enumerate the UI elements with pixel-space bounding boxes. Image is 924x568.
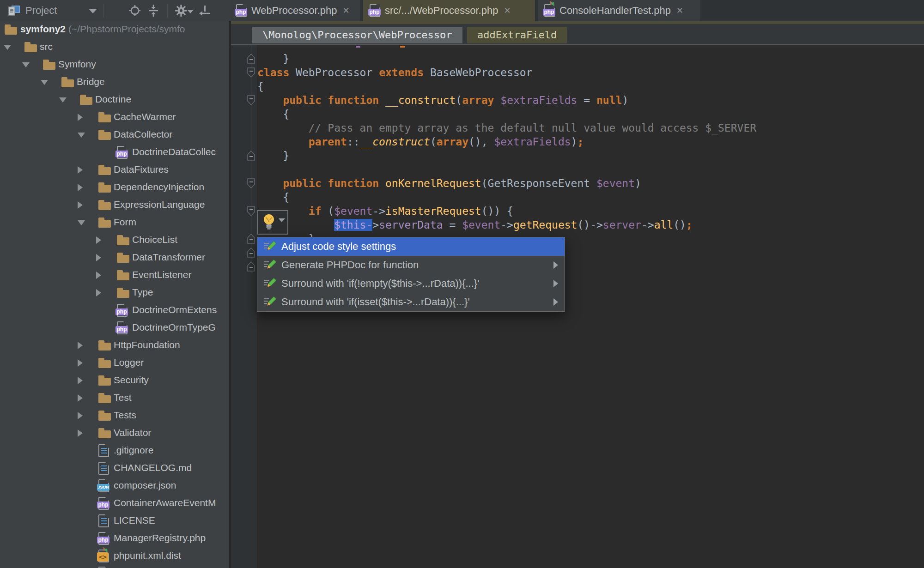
fold-marker-down-icon[interactable]: [247, 206, 255, 216]
tree-row-DependencyInjection[interactable]: DependencyInjection: [0, 179, 229, 196]
tree-row-Test[interactable]: Test: [0, 389, 229, 407]
chevron-collapsed-icon[interactable]: [96, 236, 101, 244]
fold-marker-up-icon[interactable]: [247, 54, 255, 64]
project-panel-icon[interactable]: [7, 4, 20, 17]
chevron-expanded-icon[interactable]: [41, 80, 48, 85]
collapse-all-icon[interactable]: [147, 4, 160, 17]
code-line: [257, 163, 756, 176]
close-icon[interactable]: ✕: [342, 6, 349, 15]
tree-row-Form[interactable]: Form: [0, 214, 229, 231]
gear-icon[interactable]: [175, 4, 188, 17]
breadcrumb-class-chip[interactable]: \Monolog\Processor\WebProcessor: [252, 27, 462, 43]
chevron-collapsed-icon[interactable]: [78, 359, 83, 367]
code-line: public function __construct(array $extra…: [257, 93, 756, 107]
tree-row-Doctrine[interactable]: Doctrine: [0, 91, 229, 109]
fold-marker-up-icon[interactable]: [247, 234, 255, 244]
folder-icon: [117, 288, 129, 298]
tree-row-Symfony[interactable]: Symfony: [0, 56, 229, 73]
tree-row-Validator[interactable]: Validator: [0, 424, 229, 442]
chevron-collapsed-icon[interactable]: [78, 412, 83, 419]
tree-item-label: CHANGELOG.md: [114, 462, 192, 473]
chevron-down-icon[interactable]: [89, 9, 97, 13]
tree-row-Tests[interactable]: Tests: [0, 407, 229, 424]
fold-marker-down-icon[interactable]: [247, 95, 255, 105]
intention-popup: Adjust code style settings Generate PHPD…: [257, 237, 565, 312]
fold-marker-down-icon[interactable]: [247, 178, 255, 188]
tree-row-.gitignore[interactable]: .gitignore: [0, 442, 229, 459]
tree-row-CacheWarmer[interactable]: CacheWarmer: [0, 109, 229, 126]
tree-row-DataCollector[interactable]: DataCollector: [0, 126, 229, 144]
chevron-collapsed-icon[interactable]: [78, 394, 83, 402]
tree-item-label: DoctrineOrmExtens: [132, 304, 217, 315]
intention-menu-item[interactable]: Generate PHPDoc for function: [257, 256, 565, 274]
tree-row-DoctrineDataCollec[interactable]: phpDoctrineDataCollec: [0, 144, 229, 161]
chevron-collapsed-icon[interactable]: [78, 201, 83, 209]
tree-row-composer.json[interactable]: JSONcomposer.json: [0, 477, 229, 495]
tree-row-EventListener[interactable]: EventListener: [0, 266, 229, 284]
tree-row-DataFixtures[interactable]: DataFixtures: [0, 161, 229, 179]
fold-marker-up-icon[interactable]: [247, 261, 255, 272]
chevron-collapsed-icon[interactable]: [96, 289, 101, 296]
chevron-collapsed-icon[interactable]: [78, 114, 83, 121]
chevron-expanded-icon[interactable]: [78, 133, 85, 138]
hide-panel-icon[interactable]: [198, 4, 211, 17]
tree-item-label: Validator: [114, 427, 151, 438]
tree-row-DoctrineOrmTypeG[interactable]: phpDoctrineOrmTypeG: [0, 319, 229, 337]
tree-row-Bridge[interactable]: Bridge: [0, 73, 229, 91]
intention-menu-item[interactable]: Surround with 'if(isset($this->...rData)…: [257, 293, 565, 311]
tree-row-Security[interactable]: Security: [0, 372, 229, 389]
code-line: }: [257, 52, 756, 66]
locate-icon[interactable]: [128, 4, 141, 17]
chevron-collapsed-icon[interactable]: [78, 184, 83, 191]
tree-row-phpunit.xml.dist[interactable]: <>phpunit.xml.dist: [0, 547, 229, 565]
chevron-collapsed-icon[interactable]: [96, 254, 101, 261]
close-icon[interactable]: ✕: [504, 6, 511, 15]
chevron-collapsed-icon[interactable]: [78, 166, 83, 174]
tree-row-HttpFoundation[interactable]: HttpFoundation: [0, 337, 229, 354]
chevron-expanded-icon[interactable]: [4, 45, 11, 50]
tree-row-Type[interactable]: Type: [0, 284, 229, 302]
editor-tab[interactable]: phpConsoleHandlerTest.php✕: [538, 0, 700, 21]
intention-menu-item[interactable]: Surround with 'if(!empty($this->...rData…: [257, 274, 565, 293]
tree-item-label: ExpressionLanguage: [114, 199, 205, 210]
text-file-icon: [98, 514, 109, 527]
editor-tab[interactable]: phpWebProcessor.php✕: [230, 0, 360, 21]
fold-marker-up-icon[interactable]: [247, 151, 255, 161]
tree-row-ExpressionLanguage[interactable]: ExpressionLanguage: [0, 196, 229, 214]
tree-row-Logger[interactable]: Logger: [0, 354, 229, 372]
tree-row-src[interactable]: src: [0, 38, 229, 56]
project-root-path: (~/PhpstormProjects/symfo: [66, 24, 185, 34]
intention-bulb[interactable]: [257, 210, 288, 235]
tree-item-label: Bridge: [77, 76, 105, 87]
tree-row-ManagerRegistry.php[interactable]: phpManagerRegistry.php: [0, 530, 229, 547]
toolwindow-title[interactable]: Project: [25, 5, 57, 17]
chevron-expanded-icon[interactable]: [59, 97, 67, 103]
tree-root-row[interactable]: symfony2 (~/PhpstormProjects/symfo: [0, 21, 229, 38]
chevron-down-icon[interactable]: [188, 10, 193, 13]
tree-row-DoctrineOrmExtens[interactable]: phpDoctrineOrmExtens: [0, 302, 229, 319]
close-icon[interactable]: ✕: [676, 6, 683, 15]
folder-icon: [98, 200, 111, 210]
tree-row-partial: [0, 564, 229, 568]
editor-gutter: [231, 45, 257, 568]
tree-item-label: Form: [114, 217, 136, 228]
fold-marker-up-icon[interactable]: [247, 248, 255, 258]
chevron-collapsed-icon[interactable]: [78, 429, 83, 437]
tree-row-CHANGELOG.md[interactable]: CHANGELOG.md: [0, 459, 229, 477]
chevron-collapsed-icon[interactable]: [96, 272, 101, 279]
chevron-collapsed-icon[interactable]: [78, 377, 83, 384]
breadcrumb-member-chip[interactable]: addExtraField: [467, 27, 567, 43]
tree-row-DataTransformer[interactable]: DataTransformer: [0, 249, 229, 266]
tab-title: ConsoleHandlerTest.php: [559, 5, 671, 17]
fold-marker-down-icon[interactable]: [247, 67, 255, 78]
chevron-collapsed-icon[interactable]: [78, 342, 83, 349]
tree-row-LICENSE[interactable]: LICENSE: [0, 512, 229, 530]
tree-row-ContainerAwareEventM[interactable]: phpContainerAwareEventM: [0, 495, 229, 512]
code-line: if ($event->isMasterRequest()) {: [257, 204, 756, 218]
chevron-expanded-icon[interactable]: [78, 220, 85, 225]
tree-row-ChoiceList[interactable]: ChoiceList: [0, 231, 229, 249]
code-editor[interactable]: }class WebProcessor extends BaseWebProce…: [257, 52, 756, 246]
editor-tab[interactable]: phpsrc/.../WebProcessor.php✕: [363, 0, 535, 21]
chevron-expanded-icon[interactable]: [22, 62, 30, 67]
intention-menu-item[interactable]: Adjust code style settings: [257, 237, 565, 256]
